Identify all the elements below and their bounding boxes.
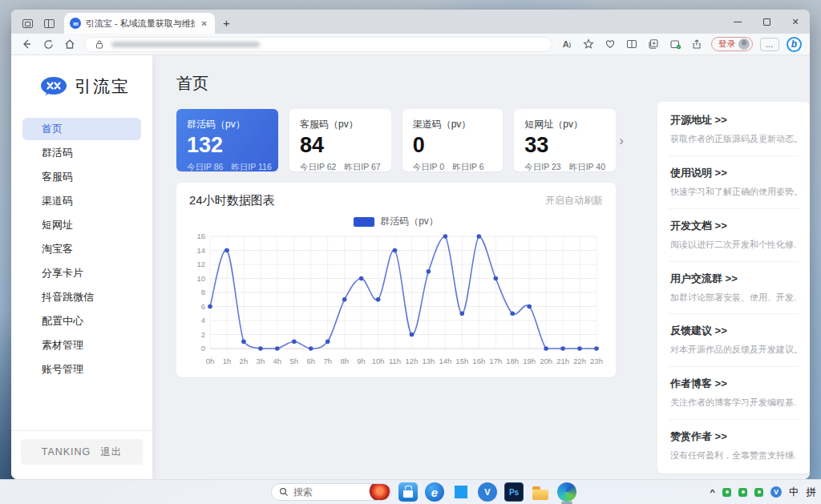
favorite-star-icon[interactable] <box>581 37 596 51</box>
stat-card[interactable]: 渠道码（pv）0今日IP 0昨日IP 6 <box>402 109 504 171</box>
workspaces-icon[interactable] <box>22 19 33 28</box>
taskbar-search[interactable] <box>271 483 391 501</box>
tray-green-app-icon-1[interactable] <box>722 488 731 497</box>
stat-card-sub: 今日IP 23昨日IP 40 <box>524 162 605 173</box>
taskbar: eVPs ^ V 中 拼 <box>0 479 821 504</box>
stat-card[interactable]: 短网址（pv）33今日IP 23昨日IP 40 <box>514 109 616 171</box>
sidebar-nav-item[interactable]: 短网址 <box>22 214 141 236</box>
links-panel-item[interactable]: 开源地址 >>获取作者的正版源码及更新动态。 <box>669 103 799 156</box>
v-app-icon[interactable]: V <box>478 482 497 502</box>
sidebar-nav: 首页群活码客服码渠道码短网址淘宝客分享卡片抖音跳微信配置中心素材管理账号管理 <box>11 118 152 382</box>
user-logout-button[interactable]: TANKING退出 <box>21 439 143 465</box>
collections-icon[interactable] <box>646 37 661 51</box>
links-panel-item[interactable]: 开发文档 >>阅读以进行二次开发和个性化修... <box>669 209 799 262</box>
svg-text:13h: 13h <box>422 357 435 365</box>
sidebar-nav-item[interactable]: 素材管理 <box>22 334 141 357</box>
sidebar-nav-item[interactable]: 渠道码 <box>22 190 141 212</box>
window-close-button[interactable]: ✕ <box>781 10 810 34</box>
svg-text:10: 10 <box>196 274 205 283</box>
tray-v-app-icon[interactable]: V <box>770 486 782 498</box>
desktop-wallpaper: xx 引流宝 - 私域流量获取与维护辅助 ✕ + ✕ <box>0 0 821 504</box>
search-input[interactable] <box>293 486 362 498</box>
edge-icon[interactable] <box>557 482 576 502</box>
svg-text:3h: 3h <box>257 357 265 365</box>
logout-label[interactable]: 退出 <box>100 446 122 458</box>
legend-label: 群活码（pv） <box>380 215 439 228</box>
stat-card-sub: 今日IP 86昨日IP 116 <box>187 162 268 173</box>
blurred-url <box>111 42 260 47</box>
refresh-icon[interactable] <box>41 37 55 51</box>
svg-text:20h: 20h <box>540 357 552 365</box>
svg-text:16h: 16h <box>472 357 485 365</box>
tray-green-app-icon-2[interactable] <box>738 488 747 497</box>
tab-actions-icon[interactable] <box>44 19 55 28</box>
links-panel-item-desc: 对本开源作品的反馈及开发建议。 <box>670 344 797 356</box>
chart-legend[interactable]: 群活码（pv） <box>189 215 603 228</box>
tab-close-icon[interactable]: ✕ <box>200 19 209 28</box>
split-screen-icon[interactable] <box>625 37 639 51</box>
window-minimize-button[interactable] <box>723 10 752 34</box>
window-maximize-button[interactable] <box>752 10 781 34</box>
sidebar-nav-item[interactable]: 抖音跳微信 <box>22 286 141 308</box>
tray-green-app-icon-3[interactable] <box>754 488 763 497</box>
address-bar[interactable] <box>84 37 552 52</box>
home-icon[interactable] <box>63 37 77 51</box>
browser-toolbar: A) 登录 … b <box>11 34 810 55</box>
ime-language-indicator[interactable]: 中 <box>789 486 799 499</box>
vscode-icon[interactable] <box>451 482 471 502</box>
sidebar-nav-item[interactable]: 客服码 <box>22 166 141 188</box>
links-panel-item-title: 用户交流群 >> <box>670 272 797 286</box>
edge-e-icon[interactable]: e <box>425 482 444 502</box>
links-panel-item[interactable]: 赞赏作者 >>没有任何盈利，全靠赞赏支持继... <box>669 420 799 472</box>
svg-text:0h: 0h <box>206 357 215 365</box>
links-panel-item[interactable]: 用户交流群 >>加群讨论部署安装、使用、开发... <box>669 262 799 315</box>
main-area: 首页 群活码（pv）132今日IP 86昨日IP 116客服码（pv）84今日I… <box>152 55 645 479</box>
new-tab-button[interactable]: + <box>215 16 238 34</box>
svg-text:12: 12 <box>196 260 205 268</box>
file-explorer-icon[interactable] <box>531 482 550 502</box>
svg-text:5h: 5h <box>290 357 299 365</box>
sidebar-nav-item[interactable]: 账号管理 <box>22 358 141 381</box>
username: TANKING <box>42 446 91 458</box>
stat-card[interactable]: 群活码（pv）132今日IP 86昨日IP 116 <box>176 109 278 171</box>
svg-text:23h: 23h <box>590 357 603 365</box>
svg-text:6h: 6h <box>306 357 315 365</box>
settings-more-icon[interactable]: … <box>760 38 779 51</box>
cards-next-button[interactable]: › <box>616 131 627 151</box>
stat-card-value: 33 <box>524 134 605 158</box>
microsoft-store-icon[interactable] <box>398 482 418 502</box>
bing-sidebar-icon[interactable]: b <box>787 37 802 52</box>
browser-essentials-icon[interactable] <box>603 37 617 51</box>
chart-title: 24小时数据图表 <box>189 193 275 208</box>
sidebar-nav-item[interactable]: 首页 <box>22 118 141 140</box>
svg-text:0: 0 <box>201 344 205 353</box>
login-button[interactable]: 登录 <box>711 37 753 51</box>
photoshop-icon[interactable]: Ps <box>504 482 524 502</box>
profile-avatar <box>738 38 750 50</box>
auto-refresh-link[interactable]: 开启自动刷新 <box>545 194 603 208</box>
share-icon[interactable] <box>690 37 704 51</box>
app-logo-text: 引流宝 <box>75 75 130 98</box>
svg-text:2: 2 <box>201 330 205 339</box>
svg-text:12h: 12h <box>406 357 419 365</box>
sidebar-nav-item[interactable]: 分享卡片 <box>22 262 141 284</box>
app-logo[interactable]: 引流宝 <box>11 55 152 118</box>
ime-scheme-indicator[interactable]: 拼 <box>807 486 817 499</box>
links-panel-item-title: 赞赏作者 >> <box>670 429 797 444</box>
back-icon[interactable] <box>19 37 34 51</box>
sidebar-nav-item[interactable]: 淘宝客 <box>22 238 141 260</box>
links-panel-item-title: 反馈建议 >> <box>670 324 797 338</box>
sidebar-nav-item[interactable]: 群活码 <box>22 142 141 164</box>
start-button[interactable] <box>245 482 264 502</box>
read-aloud-icon[interactable]: A) <box>560 37 574 51</box>
links-panel-item[interactable]: 作者博客 >>关注作者的博客学习开发编程基... <box>669 367 799 420</box>
links-panel-item[interactable]: 使用说明 >>快速学习和了解正确的使用姿势。 <box>669 156 799 209</box>
browser-tab[interactable]: xx 引流宝 - 私域流量获取与维护辅助 ✕ <box>64 13 215 34</box>
extensions-icon[interactable] <box>668 37 682 51</box>
tray-expand-icon[interactable]: ^ <box>710 488 715 496</box>
stat-card[interactable]: 客服码（pv）84今日IP 62昨日IP 67 <box>289 109 391 171</box>
sidebar-nav-item[interactable]: 配置中心 <box>22 310 141 333</box>
links-panel-item[interactable]: 反馈建议 >>对本开源作品的反馈及开发建议。 <box>669 314 799 367</box>
svg-text:6: 6 <box>201 302 205 311</box>
links-panel-item-desc: 获取作者的正版源码及更新动态。 <box>670 133 797 145</box>
